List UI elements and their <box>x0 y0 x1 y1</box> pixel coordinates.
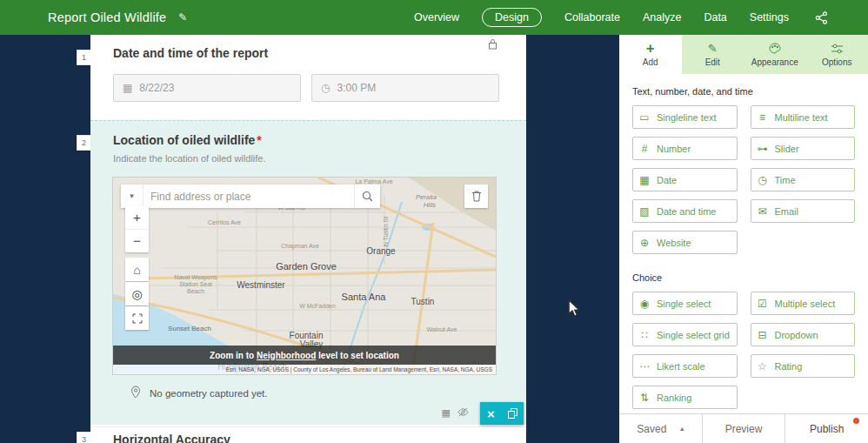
duplicate-question-button[interactable] <box>502 402 524 425</box>
nav-design[interactable]: Design <box>482 8 542 27</box>
pin-icon <box>130 386 141 400</box>
map-label-walnut: Walnut Ave <box>426 326 457 332</box>
search-icon[interactable] <box>354 185 380 208</box>
add-panel-content: Text, number, date, and time ▭Singleline… <box>619 74 868 413</box>
panel-tabs: + Add ✎ Edit Appearance Options <box>619 35 868 74</box>
map-label-naval-1: Naval Weapons <box>174 274 217 281</box>
question-title: Date and time of the report <box>113 46 268 60</box>
map-attribution: Esri, NASA, NGA, USGS | County of Los An… <box>113 365 496 374</box>
grid-icon: ▦ <box>442 407 451 419</box>
preview-label: Preview <box>725 423 763 435</box>
section-title: Choice <box>632 272 855 283</box>
question-title: Location of oiled wildlife* <box>113 133 262 147</box>
add-rating-button[interactable]: ☆Rating <box>751 354 856 378</box>
home-button[interactable]: ⌂ <box>125 258 149 281</box>
add-number-button[interactable]: #Number <box>632 137 738 160</box>
add-single-select-button[interactable]: ◉Single select <box>632 292 738 315</box>
map-label-mcfadden: W McFadden <box>299 303 336 309</box>
share-icon[interactable] <box>815 11 828 24</box>
singleline-text-icon: ▭ <box>638 111 651 124</box>
palette-icon <box>769 42 781 55</box>
add-ranking-button[interactable]: ⇅Ranking <box>632 386 738 409</box>
map-label-naval-3: Beach <box>187 288 204 294</box>
map-label-peralta: Peralta <box>416 193 437 201</box>
question-horizontal-accuracy[interactable]: Horizontal Accuracy <box>90 426 526 443</box>
question-number-3[interactable]: 3 <box>77 432 90 443</box>
add-slider-button[interactable]: ⊶Slider <box>751 137 856 160</box>
date-icon: ▦ <box>638 174 651 186</box>
choice-type-grid: ◉Single select ☑Multiple select ∷Single … <box>632 292 855 409</box>
geometry-status-text: No geometry captured yet. <box>150 388 268 399</box>
question-number-1[interactable]: 1 <box>77 50 90 65</box>
saved-label: Saved <box>637 423 666 435</box>
app-header: Report Oiled Wildlife ✎ Overview Design … <box>0 0 868 35</box>
nav-overview[interactable]: Overview <box>414 11 459 23</box>
map-label-garden-grove: Garden Grove <box>276 261 337 272</box>
eye-off-icon <box>457 407 469 419</box>
map-label-naval-2: Station Seal <box>179 281 212 287</box>
add-multiline-text-button[interactable]: ≡Multiline text <box>751 105 856 129</box>
survey123-designer: Report Oiled Wildlife ✎ Overview Design … <box>0 0 868 443</box>
nav-settings[interactable]: Settings <box>750 11 789 23</box>
slider-icon: ⊶ <box>757 143 769 155</box>
zoom-level-banner: Zoom in to Neighborhood level to set loc… <box>113 346 496 365</box>
zoom-in-button[interactable]: + <box>125 205 149 229</box>
multiple-select-icon: ☑ <box>757 298 769 310</box>
search-source-caret-icon[interactable]: ▾ <box>121 185 144 208</box>
nav-analyze[interactable]: Analyze <box>643 11 681 23</box>
add-likert-scale-button[interactable]: ⋯Likert scale <box>632 354 738 378</box>
tab-label: Add <box>643 57 658 67</box>
question-description: Indicate the location of oiled wildlife. <box>113 153 266 164</box>
nav-collaborate[interactable]: Collaborate <box>564 11 620 23</box>
tab-label: Options <box>822 57 851 67</box>
add-singleline-text-button[interactable]: ▭Singleline text <box>632 105 738 129</box>
tab-edit[interactable]: ✎ Edit <box>682 35 744 74</box>
ranking-icon: ⇅ <box>638 392 651 404</box>
map-label-sunset-beach: Sunset Beach <box>168 325 211 332</box>
clear-geometry-button[interactable] <box>464 185 488 208</box>
designer-panel: + Add ✎ Edit Appearance Options Text <box>619 35 868 443</box>
calendar-icon: ▦ <box>123 82 132 94</box>
add-date-and-time-button[interactable]: ▧Date and time <box>632 199 738 223</box>
mouse-cursor <box>568 299 581 321</box>
section-title: Text, number, date, and time <box>632 86 855 97</box>
banner-text-post: level to set location <box>316 351 399 360</box>
map-widget[interactable]: La Palma Ave Anaheim Peralta Hills W Bal… <box>112 177 497 375</box>
neighborhood-link[interactable]: Neighborhood <box>257 351 316 360</box>
date-input[interactable]: ▦ 8/22/23 <box>113 74 301 102</box>
map-label-tustin: Tustin <box>411 297 435 306</box>
add-multiple-select-button[interactable]: ☑Multiple select <box>751 292 856 315</box>
banner-text-pre: Zoom in to <box>210 351 257 360</box>
delete-question-button[interactable]: × <box>480 402 502 425</box>
zoom-out-button[interactable]: − <box>125 229 149 253</box>
add-email-button[interactable]: ✉Email <box>751 199 856 223</box>
tab-appearance[interactable]: Appearance <box>744 35 806 74</box>
date-value: 8/22/23 <box>139 82 174 94</box>
add-single-select-grid-button[interactable]: ∷Single select grid <box>632 323 738 346</box>
nav-data[interactable]: Data <box>704 11 726 23</box>
website-icon: ⊕ <box>638 237 651 249</box>
add-date-button[interactable]: ▦Date <box>632 168 738 191</box>
tab-add[interactable]: + Add <box>619 35 682 74</box>
map-label-la-palma: La Palma Ave <box>355 178 392 185</box>
locate-button[interactable]: ◎ <box>125 282 149 305</box>
publish-button[interactable]: Publish <box>785 414 868 443</box>
time-input[interactable]: ◷ 3:00 PM <box>311 74 499 102</box>
question-location[interactable]: Location of oiled wildlife* Indicate the… <box>90 120 526 425</box>
add-website-button[interactable]: ⊕Website <box>632 231 738 254</box>
question-date-time[interactable]: Date and time of the report ▦ 8/22/23 ◷ … <box>90 35 526 120</box>
tab-options[interactable]: Options <box>806 35 868 74</box>
edit-title-icon[interactable]: ✎ <box>178 11 187 23</box>
map-label-cerritos: Cerritos Ave <box>208 219 241 225</box>
add-dropdown-button[interactable]: ⊟Dropdown <box>751 323 856 346</box>
time-value: 3:00 PM <box>337 82 376 94</box>
add-time-button[interactable]: ◷Time <box>751 168 856 191</box>
question-number-2[interactable]: 2 <box>77 135 90 151</box>
saved-dropdown[interactable]: Saved ▴ <box>619 414 702 443</box>
tab-label: Edit <box>705 57 720 67</box>
zoom-controls: + − <box>125 205 149 252</box>
search-input[interactable] <box>144 191 354 203</box>
fullscreen-button[interactable] <box>125 306 149 330</box>
multiline-text-icon: ≡ <box>757 111 769 124</box>
preview-button[interactable]: Preview <box>702 414 785 443</box>
